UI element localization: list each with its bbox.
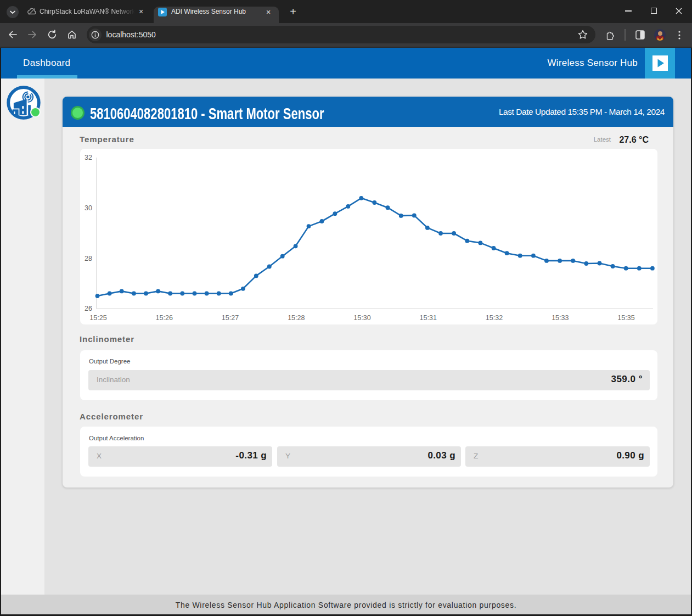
svg-text:15:26: 15:26	[156, 314, 173, 322]
svg-text:15:28: 15:28	[288, 314, 305, 322]
svg-text:26: 26	[85, 305, 92, 312]
svg-text:15:30: 15:30	[353, 314, 370, 322]
svg-text:15:35: 15:35	[617, 314, 634, 322]
svg-text:15:25: 15:25	[89, 314, 106, 322]
svg-text:30: 30	[85, 204, 92, 212]
svg-text:32: 32	[85, 154, 92, 161]
svg-text:15:31: 15:31	[420, 314, 437, 322]
svg-text:15:33: 15:33	[552, 314, 569, 322]
svg-text:15:32: 15:32	[486, 314, 503, 322]
svg-text:15:27: 15:27	[222, 314, 239, 322]
svg-text:28: 28	[85, 255, 92, 262]
